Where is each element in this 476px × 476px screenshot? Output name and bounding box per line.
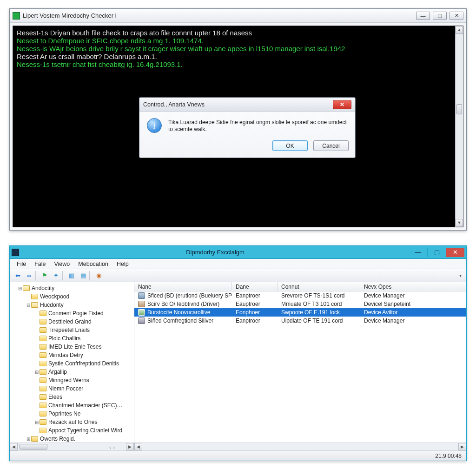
tree-item[interactable]: Conment Pogie Fisted bbox=[12, 309, 134, 317]
tree-item[interactable]: ⊞Rezack aut fo Ones bbox=[12, 418, 134, 426]
col-header-connut[interactable]: Connut bbox=[278, 282, 360, 291]
list-h-scrollbar[interactable]: ◀ ▶ bbox=[134, 443, 466, 450]
table-row[interactable]: Scirv Bc O/ Iéobtivnd (Driver)EauptroerM… bbox=[134, 300, 466, 308]
minimize-button[interactable]: — bbox=[416, 12, 430, 20]
item-icon bbox=[138, 309, 145, 316]
cell-connut: Swpoote OF E.191 lock bbox=[278, 309, 360, 316]
tree-item[interactable]: Elees bbox=[12, 393, 134, 401]
console-titlebar[interactable]: Lipert Vostem Miredochy Checker l — ▢ ✕ bbox=[10, 9, 466, 23]
cell-next: Device Manager bbox=[360, 292, 466, 299]
tree-twisty-icon[interactable]: ⊟ bbox=[17, 286, 23, 291]
tree-item-label: Systie Confrfreptiond Denitis bbox=[48, 360, 119, 367]
panel-icon[interactable]: ▥ bbox=[66, 271, 77, 281]
cancel-button[interactable]: Cancel bbox=[313, 140, 349, 151]
table-row[interactable]: Siñed Comfregtiond SiliverEanptroerUipdl… bbox=[134, 317, 466, 325]
item-icon bbox=[138, 292, 145, 299]
tree-item-label: Trrepeetel Lnails bbox=[48, 327, 90, 333]
folder-icon bbox=[40, 311, 46, 316]
tree-item-label: Weockpood bbox=[40, 293, 69, 300]
col-header-dane[interactable]: Dane bbox=[232, 282, 278, 291]
statusbar: 21.9 00:48 bbox=[10, 450, 466, 461]
scroll-track[interactable] bbox=[456, 34, 463, 219]
menu-view[interactable]: Viewo bbox=[50, 259, 74, 269]
tree-h-scrollbar[interactable]: ◀ ⌄⌄ ▶ bbox=[10, 443, 134, 450]
tree-item[interactable]: Poprintes Ne bbox=[12, 410, 134, 418]
explorer-title: Dipmdorby Excclalgm bbox=[22, 249, 409, 256]
refresh-icon[interactable]: ✦ bbox=[53, 271, 63, 281]
folder-icon bbox=[40, 403, 46, 408]
tree-item-label: Desttleled Graind bbox=[48, 318, 92, 325]
tree-item[interactable]: Nlemn Poccer bbox=[12, 384, 134, 393]
tree-content[interactable]: ⊟AndoctityWeockpood⊟HucdontyConment Pogi… bbox=[10, 282, 134, 443]
link-icon[interactable]: ∞ bbox=[26, 271, 36, 281]
tree-item[interactable]: Trrepeetel Lnails bbox=[12, 326, 134, 334]
tree-item[interactable]: Appoct Tygering Ciranlet Wird bbox=[12, 426, 134, 435]
info-icon: i bbox=[147, 118, 162, 133]
scroll-right-icon[interactable]: ▶ bbox=[458, 443, 466, 450]
table-row[interactable]: Burstocite NoovucarolliveEonphoerSwpoote… bbox=[134, 308, 466, 317]
tree-item-label: Minngred Werns bbox=[48, 377, 89, 383]
tree-twisty-icon[interactable]: ⊞ bbox=[34, 370, 40, 375]
tree-item-label: Rezack aut fo Ones bbox=[48, 419, 97, 425]
cell-dane: Eonphoer bbox=[232, 309, 278, 316]
flag-icon[interactable]: ⚑ bbox=[40, 271, 50, 281]
tree-item[interactable]: Systie Confrfreptiond Denitis bbox=[12, 359, 134, 368]
tree-item[interactable]: Desttleled Graind bbox=[12, 317, 134, 326]
console-window: Lipert Vostem Miredochy Checker l — ▢ ✕ … bbox=[9, 8, 467, 231]
dialog-titlebar[interactable]: Controd., Anarta Vnews ✕ bbox=[139, 98, 355, 112]
app-icon bbox=[13, 12, 20, 20]
tree-item[interactable]: Weockpood bbox=[12, 292, 134, 301]
col-header-next[interactable]: Nevx Opes bbox=[360, 282, 466, 291]
tree-item[interactable]: Minngred Werns bbox=[12, 376, 134, 384]
tree-item[interactable]: Mirndas Detry bbox=[12, 351, 134, 359]
console-line: Resest Ar us crsall mabotr? Delanrups a.… bbox=[17, 53, 459, 60]
close-button[interactable]: ✕ bbox=[446, 248, 464, 257]
scroll-right-icon[interactable]: ▶ bbox=[126, 443, 134, 450]
table-row[interactable]: Sficed (BD (erutiond (Bueluery SPE)Eanpt… bbox=[134, 291, 466, 300]
menu-file[interactable]: File bbox=[13, 259, 30, 269]
maximize-button[interactable]: ▢ bbox=[433, 12, 447, 20]
minimize-button[interactable]: — bbox=[409, 248, 427, 257]
folder-icon bbox=[40, 411, 46, 416]
dialog-title-text: Controd., Anarta Vnews bbox=[143, 101, 205, 108]
tree-twisty-icon[interactable]: ⊞ bbox=[34, 420, 40, 425]
splitter-grip-icon[interactable]: ⌄⌄ bbox=[108, 444, 116, 450]
tree-icon[interactable]: ▤ bbox=[79, 271, 90, 281]
explorer-titlebar[interactable]: Dipmdorby Excclalgm — ▢ ✕ bbox=[10, 246, 466, 259]
scroll-thumb[interactable] bbox=[20, 444, 47, 450]
cell-dane: Eanptroer bbox=[232, 317, 278, 324]
folder-icon bbox=[31, 294, 38, 299]
chevron-down-icon[interactable]: ▾ bbox=[459, 273, 463, 278]
explorer-window: Dipmdorby Excclalgm — ▢ ✕ File Fale View… bbox=[9, 245, 467, 461]
close-button[interactable]: ✕ bbox=[450, 12, 463, 20]
menu-mebocation[interactable]: Mebocation bbox=[74, 259, 112, 269]
record-icon[interactable]: ◉ bbox=[93, 271, 104, 281]
scroll-left-icon[interactable]: ◀ bbox=[10, 443, 18, 450]
tree-twisty-icon[interactable]: ⊞ bbox=[26, 436, 31, 442]
scroll-left-icon[interactable]: ◀ bbox=[134, 443, 142, 450]
list-rows[interactable]: Sficed (BD (erutiond (Bueluery SPE)Eanpt… bbox=[134, 291, 466, 443]
tree-item[interactable]: ⊟Hucdonty bbox=[12, 301, 134, 309]
tree-item[interactable]: ⊞Owerts Regid. bbox=[12, 435, 134, 443]
tree-twisty-icon[interactable]: ⊟ bbox=[26, 303, 31, 308]
col-header-name[interactable]: Nane bbox=[134, 282, 232, 291]
menu-fale[interactable]: Fale bbox=[30, 259, 50, 269]
tree-item[interactable]: ⊞Argallip bbox=[12, 368, 134, 376]
scroll-track[interactable]: ⌄⌄ bbox=[18, 443, 126, 450]
scroll-down-icon[interactable]: ▼ bbox=[456, 219, 463, 227]
tree-item[interactable]: ⊟Andoctity bbox=[12, 284, 134, 292]
ok-button[interactable]: OK bbox=[272, 140, 308, 151]
console-scrollbar[interactable]: ▲ ▼ bbox=[455, 26, 463, 227]
list-header: Nane Dane Connut Nevx Opes bbox=[134, 282, 466, 291]
dialog-close-button[interactable]: ✕ bbox=[333, 100, 351, 109]
scroll-up-icon[interactable]: ▲ bbox=[456, 26, 463, 34]
back-icon[interactable]: ⬅ bbox=[13, 271, 23, 281]
menu-help[interactable]: Help bbox=[112, 259, 133, 269]
cell-connut: Mmuate OF T3 101 cord bbox=[278, 301, 360, 307]
tree-item[interactable]: Plolc Challirs bbox=[12, 334, 134, 343]
tree-item[interactable]: Chantmed Memacier (SEC)… bbox=[12, 401, 134, 410]
maximize-button[interactable]: ▢ bbox=[427, 248, 446, 257]
tree-item[interactable]: IMED Lite Enle Teses bbox=[12, 343, 134, 351]
cell-next: Device Manager bbox=[360, 317, 466, 324]
scroll-thumb[interactable] bbox=[456, 104, 462, 114]
